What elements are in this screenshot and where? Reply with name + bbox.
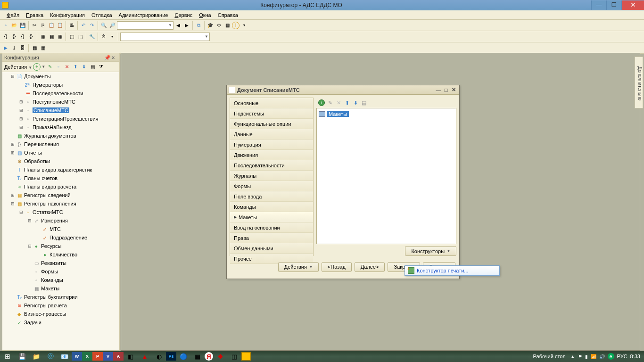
tray-battery-icon[interactable]: ▮ <box>585 354 588 359</box>
task-app4-icon[interactable]: ▦ <box>190 351 205 362</box>
run5-icon[interactable]: ▦ <box>39 44 47 52</box>
dbg8-icon[interactable]: ⬚ <box>68 33 75 41</box>
sort-icon[interactable]: ▤ <box>89 63 96 71</box>
tree-node[interactable]: ≋Планы видов расчета <box>2 182 119 191</box>
doc-tab[interactable]: Ввод на основании <box>230 222 313 233</box>
rt-sort-icon[interactable]: ▤ <box>361 99 367 106</box>
edit-icon[interactable]: ✎ <box>46 63 54 71</box>
tree-node[interactable]: ⊟▦Регистры накопления <box>2 199 119 208</box>
tree-node[interactable]: ⤢МТС <box>2 225 119 233</box>
add-dd-icon[interactable]: ▼ <box>41 65 45 69</box>
print-constructor-item[interactable]: Конструктор печати... <box>417 268 468 273</box>
rt-add-icon[interactable]: + <box>318 99 325 106</box>
tray-flag-icon[interactable]: ⚑ <box>578 354 582 359</box>
tray-e-icon[interactable]: e <box>608 353 614 360</box>
tree-node[interactable]: ≋Регистры расчета <box>2 301 119 310</box>
tree-node[interactable]: ТᵣПланы счетов <box>2 174 119 182</box>
dropdown-icon[interactable]: ▼ <box>240 22 248 29</box>
task-folder-icon[interactable]: 📁 <box>29 351 43 362</box>
doc-right-tree[interactable]: Макеты <box>316 108 456 244</box>
doc-tab[interactable]: Движения <box>230 150 313 160</box>
pin-icon[interactable]: 📌 <box>104 55 110 60</box>
task-app3-icon[interactable]: 🔵 <box>176 351 190 362</box>
panel-close-icon[interactable]: × <box>112 55 117 60</box>
tray-time[interactable]: 8:33 <box>630 354 640 359</box>
tray-up-icon[interactable]: ▲ <box>570 354 575 359</box>
tree-node[interactable]: ▭Реквизиты <box>2 259 119 267</box>
save-icon[interactable]: 💾 <box>19 22 26 29</box>
task-ie-icon[interactable]: ⓔ <box>43 351 58 362</box>
open-icon[interactable]: 📂 <box>10 22 18 29</box>
nav-fwd-icon[interactable]: ▶ <box>183 22 190 29</box>
tree-node[interactable]: ⊞▥Отчеты <box>2 148 119 157</box>
help-icon[interactable]: i <box>232 22 239 29</box>
task-mail-icon[interactable]: 📧 <box>58 351 72 362</box>
find2-icon[interactable]: 🔎 <box>108 22 116 29</box>
task-excel-icon[interactable]: X <box>82 352 92 361</box>
paste2-icon[interactable]: 📋 <box>56 22 64 29</box>
rt-edit-icon[interactable]: ✎ <box>327 99 333 106</box>
doc-tab[interactable]: Команды <box>230 202 313 212</box>
dbg2-icon[interactable]: {} <box>10 33 18 41</box>
task-pdf-icon[interactable]: ▲ <box>138 351 152 362</box>
menu-edit[interactable]: Правка <box>23 11 46 19</box>
rt-down-icon[interactable]: ⬇ <box>352 99 359 106</box>
dbg9-icon[interactable]: ⬚ <box>76 33 84 41</box>
task-access-icon[interactable]: A <box>113 352 124 361</box>
tree-node[interactable]: ⊞{}Перечисления <box>2 140 119 148</box>
run2-icon[interactable]: ⤓ <box>10 44 18 52</box>
tree-node[interactable]: ⊟●Ресурсы <box>2 242 119 250</box>
task-save-icon[interactable]: 💾 <box>15 351 29 362</box>
undo-icon[interactable]: ↶ <box>80 22 87 29</box>
new2-icon[interactable]: ▫ <box>55 63 62 71</box>
menu-admin[interactable]: Администрирование <box>116 11 171 19</box>
tree-node[interactable]: ⤢Подразделение <box>2 233 119 242</box>
paste-icon[interactable]: 📋 <box>48 22 55 29</box>
tree-node[interactable]: ⚙Обработки <box>2 157 119 165</box>
menu-config[interactable]: Конфигурация <box>47 11 88 19</box>
redo-icon[interactable]: ↷ <box>88 22 96 29</box>
tree-node[interactable]: ⊞▫ПриказНаВыезд <box>2 123 119 132</box>
right-dock-tab[interactable]: Дополнительно <box>635 57 643 108</box>
task-app5-icon[interactable]: ❋ <box>213 351 227 362</box>
tree-node[interactable]: ●Количество <box>2 250 119 259</box>
doc-back-button[interactable]: <Назад <box>322 262 352 272</box>
dbg6-icon[interactable]: ▦ <box>48 33 55 41</box>
docwin-header[interactable]: Документ СписаниеМТС — □ ✕ <box>227 85 459 95</box>
print-icon[interactable]: 🖶 <box>68 22 75 29</box>
menu-debug[interactable]: Отладка <box>89 11 115 19</box>
doc-tab[interactable]: Обмен данными <box>230 243 313 254</box>
run1-icon[interactable]: ▶ <box>2 44 9 52</box>
tray-net-icon[interactable]: 📶 <box>591 354 596 359</box>
doc-tab[interactable]: Подсистемы <box>230 108 313 119</box>
tree-node[interactable]: ◆Бизнес-процессы <box>2 310 119 318</box>
doc-max-icon[interactable]: □ <box>442 87 450 93</box>
tree-node[interactable]: TПланы видов характеристик <box>2 165 119 174</box>
panel-actions[interactable]: Действия ▼ <box>4 64 32 70</box>
filter-icon[interactable]: ⧩ <box>97 63 105 71</box>
dbg4-icon[interactable]: {} <box>27 33 35 41</box>
task-yandex-icon[interactable]: Я <box>205 352 213 361</box>
menu-file[interactable]: Файл <box>4 11 22 19</box>
doc-tab[interactable]: Основные <box>230 98 313 108</box>
tray-lang[interactable]: РУС <box>617 354 627 359</box>
dbg1-icon[interactable]: {} <box>2 33 9 41</box>
doc-tab[interactable]: Данные <box>230 129 313 140</box>
config-tree[interactable]: ⊟📄Документы2³⁴Нумераторы☰Последовательно… <box>2 72 119 350</box>
tree-node[interactable]: ▫Формы <box>2 267 119 276</box>
dbg11-icon[interactable]: ⏱ <box>100 33 107 41</box>
start-button[interactable]: ⊞ <box>0 351 15 362</box>
menu-service[interactable]: Сервис <box>172 11 195 19</box>
dbg10-icon[interactable]: 🔧 <box>88 33 96 41</box>
task-powerpoint-icon[interactable]: P <box>92 352 103 361</box>
tree-node[interactable]: ⊟📄Документы <box>2 72 119 81</box>
search-combo[interactable]: ▼ <box>117 21 173 30</box>
calendar-icon[interactable]: ▦ <box>223 22 231 29</box>
dbg3-icon[interactable]: {} <box>19 33 26 41</box>
tree-node[interactable]: ▫Команды <box>2 276 119 284</box>
find-icon[interactable]: 🔍 <box>100 22 107 29</box>
run4-icon[interactable]: ▦ <box>31 44 38 52</box>
copy-window-icon[interactable]: ⧉ <box>195 22 202 29</box>
task-visio-icon[interactable]: V <box>103 352 113 361</box>
tree-node[interactable]: ⊞▦Регистры сведений <box>2 191 119 199</box>
